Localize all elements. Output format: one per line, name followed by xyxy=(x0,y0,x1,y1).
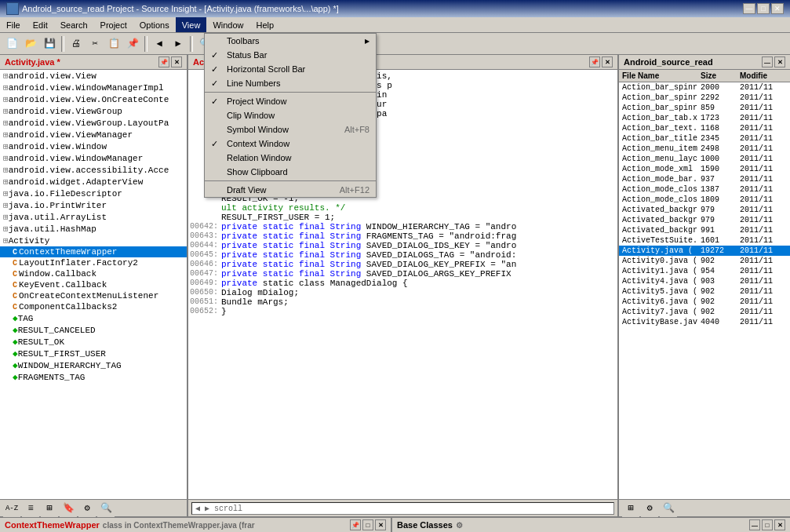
save-button[interactable]: 💾 xyxy=(41,35,58,53)
file-row[interactable]: Activated_backgr9912011/11 xyxy=(619,225,790,235)
tree-item[interactable]: ⊞ java.util.HashMap xyxy=(0,223,187,235)
dropdown-item[interactable]: Horizontal Scroll Bar xyxy=(205,62,376,76)
tree-search-btn[interactable]: 🔍 xyxy=(97,500,115,517)
line-content[interactable]: private static final String FRAGMENTS_TA… xyxy=(221,231,616,241)
left-panel-pin[interactable]: 📌 xyxy=(158,56,169,67)
tree-item[interactable]: ⊞ android.view.accessibility.Acce xyxy=(0,164,187,176)
dropdown-item[interactable]: Clip Window xyxy=(205,108,376,122)
line-content[interactable]: private static final String SAVED_DIALOG… xyxy=(221,260,616,269)
menu-options[interactable]: Options xyxy=(133,17,176,32)
maximize-button[interactable]: □ xyxy=(757,3,770,14)
tree-item[interactable]: C KeyEvent.Callback xyxy=(0,279,187,290)
title-bar-buttons[interactable]: — □ ✕ xyxy=(743,3,784,14)
line-content[interactable]: ult activity results. */ xyxy=(221,203,616,213)
line-content[interactable]: private static final String WINDOW_HIERA… xyxy=(221,222,616,231)
tree-item[interactable]: ⊞ android.view.ViewGroup xyxy=(0,105,187,117)
editor-pin[interactable]: 📌 xyxy=(589,56,600,67)
menu-file[interactable]: File xyxy=(0,17,27,32)
dropdown-item[interactable]: Symbol WindowAlt+F8 xyxy=(205,122,376,137)
menu-view[interactable]: View xyxy=(176,17,207,32)
file-row[interactable]: Action_mode_xml15902011/11 xyxy=(619,164,790,174)
file-row[interactable]: Action_mode_clos13872011/11 xyxy=(619,184,790,195)
cut-button[interactable]: ✂ xyxy=(86,35,104,53)
tree-item[interactable]: ⊞ android.view.View xyxy=(0,70,187,82)
bottom-right-close[interactable]: ✕ xyxy=(774,519,785,530)
dropdown-item[interactable]: Show Clipboard xyxy=(205,165,376,179)
file-row[interactable]: Action_bar_spinr8592011/11 xyxy=(619,103,790,113)
dropdown-item[interactable]: Relation Window xyxy=(205,151,376,165)
dropdown-item[interactable]: Project Window xyxy=(205,94,376,108)
file-row[interactable]: Action_mode_clos18092011/11 xyxy=(619,195,790,205)
dropdown-item[interactable]: Draft ViewAlt+F12 xyxy=(205,183,376,197)
tree-item[interactable]: ⊞ android.view.View.OnCreateConte xyxy=(0,93,187,105)
file-row[interactable]: Activity4.java (9032011/11 xyxy=(619,276,790,286)
forward-button[interactable]: ▶ xyxy=(169,35,187,53)
file-row[interactable]: Activated_backgr9792011/11 xyxy=(619,205,790,215)
line-content[interactable]: RESULT_FIRST_USER = 1; xyxy=(221,213,616,222)
tree-item[interactable]: C Window.Callback xyxy=(0,268,187,279)
tree-item[interactable]: ⊞ android.widget.AdapterView xyxy=(0,176,187,188)
tree-item[interactable]: C ContextThemeWrapper xyxy=(0,246,187,257)
tree-item[interactable]: ◆ TAG xyxy=(0,312,187,324)
tree-item[interactable]: ◆ RESULT_OK xyxy=(0,336,187,348)
left-panel-controls[interactable]: 📌 ✕ xyxy=(158,56,182,67)
line-content[interactable]: private static final String SAVED_DIALOG… xyxy=(221,250,616,260)
file-row[interactable]: Action_mode_bar.9372011/11 xyxy=(619,174,790,184)
new-button[interactable]: 📄 xyxy=(3,35,20,53)
tree-item[interactable]: ⊞ android.view.Window xyxy=(0,140,187,152)
tree-item[interactable]: ◆ WINDOW_HIERARCHY_TAG xyxy=(0,359,187,371)
file-row[interactable]: Action_menu_item24982011/11 xyxy=(619,144,790,154)
file-row[interactable]: Action_menu_layc10002011/11 xyxy=(619,154,790,164)
menu-search[interactable]: Search xyxy=(54,17,94,32)
bottom-right-expand[interactable]: □ xyxy=(762,519,773,530)
copy-button[interactable]: 📋 xyxy=(105,35,122,53)
tree-list-btn[interactable]: ≡ xyxy=(22,500,39,517)
file-row[interactable]: Activity.java (192722011/11 xyxy=(619,246,790,256)
file-list-btn1[interactable]: ⊞ xyxy=(622,500,639,517)
bottom-right-pin[interactable]: — xyxy=(749,519,760,530)
line-content[interactable]: private static final String SAVED_DIALOG… xyxy=(221,241,616,250)
file-list[interactable]: Action_bar_spinr20002011/11Action_bar_sp… xyxy=(619,82,790,499)
tree-bookmark-btn[interactable]: 🔖 xyxy=(60,500,77,517)
tree-item[interactable]: ⊞ android.view.WindowManagerImpl xyxy=(0,82,187,93)
menu-project[interactable]: Project xyxy=(94,17,133,32)
bottom-left-pin[interactable]: 📌 xyxy=(350,519,361,530)
tree-item[interactable]: ⊞ android.view.WindowManager xyxy=(0,152,187,164)
tree-item[interactable]: ◆ RESULT_FIRST_USER xyxy=(0,348,187,359)
file-row[interactable]: ActiveTestSuite.16012011/11 xyxy=(619,235,790,246)
tree-view[interactable]: ⊞ android.view.View⊞ android.view.Window… xyxy=(0,70,187,499)
dropdown-item[interactable]: Line Numbers xyxy=(205,76,376,90)
line-content[interactable]: Dialog mDialog; xyxy=(221,288,616,297)
right-panel-pin[interactable]: — xyxy=(762,56,773,67)
tree-item[interactable]: ⊞ java.io.FileDescriptor xyxy=(0,188,187,199)
file-row[interactable]: Action_bar_tab.x17232011/11 xyxy=(619,113,790,123)
menu-edit[interactable]: Edit xyxy=(27,17,54,32)
tree-item[interactable]: ⊞ android.view.ViewGroup.LayoutPa xyxy=(0,117,187,129)
file-row[interactable]: Action_bar_spinr22922011/11 xyxy=(619,93,790,103)
file-row[interactable]: Activated_backgr9792011/11 xyxy=(619,215,790,225)
editor-close[interactable]: ✕ xyxy=(602,56,613,67)
file-row[interactable]: Activity7.java (9022011/11 xyxy=(619,307,790,317)
tree-item[interactable]: C LayoutInflater.Factory2 xyxy=(0,257,187,268)
left-panel-close[interactable]: ✕ xyxy=(171,56,182,67)
tree-item[interactable]: ⊞ java.util.ArrayList xyxy=(0,211,187,223)
tree-item[interactable]: ⊞ Activity xyxy=(0,235,187,246)
file-row[interactable]: Activity5.java (9022011/11 xyxy=(619,286,790,297)
bottom-left-expand[interactable]: □ xyxy=(362,519,373,530)
line-content[interactable]: private static class ManagedDialog { xyxy=(221,279,616,288)
tree-item[interactable]: C ComponentCallbacks2 xyxy=(0,301,187,312)
file-row[interactable]: Action_bar_spinr20002011/11 xyxy=(619,82,790,93)
tree-az-btn[interactable]: A-Z xyxy=(3,500,20,517)
right-panel-close[interactable]: ✕ xyxy=(774,56,785,67)
line-content[interactable]: } xyxy=(221,307,616,316)
tree-item[interactable]: C OnCreateContextMenuListener xyxy=(0,290,187,301)
file-row[interactable]: ActivityBase.jav40402011/11 xyxy=(619,317,790,327)
menu-window[interactable]: Window xyxy=(206,17,249,32)
file-row[interactable]: Action_bar_title23452011/11 xyxy=(619,133,790,144)
menu-help[interactable]: Help xyxy=(250,17,281,32)
tree-settings-btn[interactable]: ⚙ xyxy=(78,500,96,517)
file-row[interactable]: Activity6.java (9022011/11 xyxy=(619,297,790,307)
file-row[interactable]: Activity0.java (9022011/11 xyxy=(619,256,790,266)
file-list-btn2[interactable]: ⚙ xyxy=(641,500,658,517)
minimize-button[interactable]: — xyxy=(743,3,755,14)
